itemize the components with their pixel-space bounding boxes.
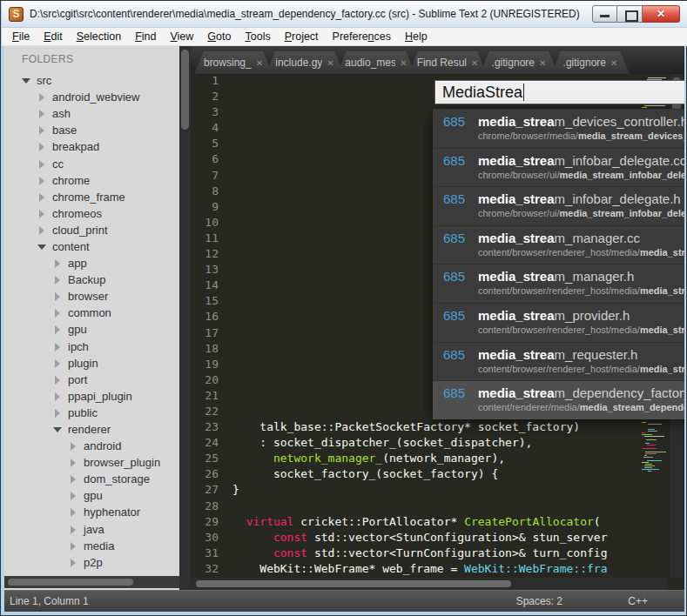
file-tab[interactable]: audio_mes ✕	[337, 51, 415, 74]
sidebar-horizontal-scrollbar[interactable]	[4, 576, 179, 588]
code-line: 23 talk_base::PacketSocketFactory* socke…	[191, 420, 640, 436]
tree-item[interactable]: Backup	[4, 271, 179, 288]
tab-close-icon[interactable]: ✕	[610, 58, 617, 68]
goto-result-item[interactable]: 685 media_stream_manager.cc content/brow…	[433, 225, 684, 264]
goto-anything-results: 685 media_stream_devices_controller.h ch…	[433, 109, 684, 419]
tab-close-icon[interactable]: ✕	[400, 58, 407, 68]
tree-item[interactable]: gpu	[4, 487, 179, 504]
menu-item[interactable]: Tools	[238, 29, 277, 44]
syntax-mode[interactable]: C++	[628, 595, 648, 607]
tree-item[interactable]: ipch	[4, 338, 179, 355]
editor-horizontal-scrollbar[interactable]	[191, 578, 668, 590]
goto-result-item[interactable]: 685 media_stream_infobar_delegate.h chro…	[433, 186, 684, 225]
tree-item[interactable]: chromeos	[4, 205, 179, 222]
tree-item[interactable]: breakpad	[4, 138, 179, 155]
menu-item[interactable]: Project	[278, 29, 326, 44]
tree-item[interactable]: p2p	[4, 554, 179, 571]
line-number: 25	[191, 452, 232, 467]
tree-item[interactable]: public	[4, 405, 179, 421]
menu-item[interactable]: Find	[128, 29, 163, 44]
tree-item[interactable]: browser	[4, 288, 179, 305]
goto-anything-input[interactable]: MediaStrea	[434, 80, 684, 104]
goto-result-item[interactable]: 685 media_stream_provider.h content/brow…	[433, 303, 684, 342]
tree-item[interactable]: android_webview	[4, 89, 179, 105]
file-tab[interactable]: Find Resul ✕	[408, 51, 487, 74]
close-button[interactable]	[643, 5, 680, 23]
text-caret	[523, 84, 524, 101]
file-tab[interactable]: include.gy ✕	[266, 51, 344, 74]
tree-item[interactable]: base	[4, 122, 179, 138]
file-tab[interactable]: .gitignore ✕	[551, 51, 630, 74]
result-filename: media_stream_provider.h	[478, 308, 630, 323]
line-number: 13	[191, 263, 232, 278]
tree-item[interactable]: cloud_print	[4, 222, 179, 238]
folder-arrow-icon	[37, 126, 45, 134]
result-filename: media_stream_manager.h	[478, 269, 634, 284]
goto-result-item[interactable]: 685 media_stream_devices_controller.h ch…	[433, 109, 684, 148]
line-number: 5	[191, 137, 232, 152]
goto-result-item[interactable]: 685 media_stream_infobar_delegate.cc chr…	[433, 148, 684, 187]
tree-item[interactable]: port	[4, 372, 179, 388]
menu-item[interactable]: Preferences	[326, 29, 398, 44]
sidebar: FOLDERS src android_webview a	[4, 46, 179, 590]
tree-item[interactable]: media	[4, 538, 179, 554]
tree-item[interactable]: gpu	[4, 321, 179, 338]
file-tab[interactable]: .gitignore ✕	[480, 51, 558, 74]
tree-item-label: Backup	[68, 273, 105, 286]
goto-result-item[interactable]: 685 media_stream_manager.h content/brows…	[433, 264, 684, 303]
line-number: 11	[191, 231, 232, 247]
tree-item-label: plugin	[68, 357, 98, 370]
scrollbar-thumb[interactable]	[181, 50, 189, 130]
tree-item[interactable]: chrome_frame	[4, 189, 179, 205]
tree-item[interactable]: hyphenator	[4, 504, 179, 520]
menu-item[interactable]: File	[5, 29, 37, 44]
tree-item[interactable]: src	[4, 72, 179, 89]
menu-item[interactable]: Help	[398, 29, 434, 44]
tree-item[interactable]: browser_plugin	[4, 454, 179, 471]
tree-item[interactable]: dom_storage	[4, 471, 179, 487]
goto-result-item[interactable]: 685 media_stream_dependency_factory.cc c…	[433, 380, 684, 419]
tree-item[interactable]: pepper	[4, 571, 179, 575]
tree-item[interactable]: common	[4, 305, 179, 321]
code-line: 30 const std::vector<StunConfiguration>&…	[191, 531, 640, 546]
tab-close-icon[interactable]: ✕	[471, 58, 478, 68]
tree-item[interactable]: content	[4, 238, 179, 255]
tree-item[interactable]: cc	[4, 155, 179, 171]
line-number: 21	[191, 389, 232, 405]
cursor-position: Line 1, Column 1	[10, 595, 89, 607]
sidebar-vertical-scrollbar[interactable]	[179, 46, 191, 590]
indent-setting[interactable]: Spaces: 2	[516, 595, 562, 607]
minimize-button[interactable]	[592, 5, 617, 23]
tree-item[interactable]: android	[4, 438, 179, 454]
tab-close-icon[interactable]: ✕	[256, 58, 263, 68]
folder-arrow-icon	[69, 459, 77, 466]
folder-arrow-icon	[22, 77, 30, 84]
maximize-button[interactable]	[617, 5, 643, 23]
scrollbar-thumb[interactable]	[8, 579, 133, 586]
result-path: chrome/browser/ui/media_stream_infobar_d…	[443, 208, 684, 218]
tree-item[interactable]: plugin	[4, 355, 179, 372]
tree-item[interactable]: ash	[4, 105, 179, 122]
tree-item[interactable]: java	[4, 521, 179, 538]
tab-close-icon[interactable]: ✕	[539, 58, 546, 68]
file-tab[interactable]: browsing_ ✕	[194, 51, 273, 74]
tree-item[interactable]: chrome	[4, 172, 179, 189]
tab-close-icon[interactable]: ✕	[327, 58, 333, 68]
title-bar[interactable]: S D:\src\cgit\src\content\renderer\media…	[2, 1, 687, 28]
goto-query-text: MediaStrea	[442, 84, 522, 102]
menu-item[interactable]: Edit	[37, 29, 70, 44]
folder-arrow-icon	[69, 475, 77, 483]
line-count-badge: 685	[443, 308, 473, 323]
scrollbar-thumb[interactable]	[196, 580, 511, 587]
goto-result-item[interactable]: 685 media_stream_requester.h content/bro…	[433, 342, 684, 381]
menu-item[interactable]: View	[163, 29, 200, 44]
menu-item[interactable]: Selection	[70, 29, 128, 44]
folder-arrow-icon	[69, 508, 77, 516]
tree-item[interactable]: app	[4, 255, 179, 271]
line-number: 28	[191, 499, 232, 515]
tree-item[interactable]: ppapi_plugin	[4, 388, 179, 405]
menu-item[interactable]: Goto	[200, 29, 238, 44]
line-number: 29	[191, 515, 232, 531]
line-number: 19	[191, 358, 232, 373]
tree-item[interactable]: renderer	[4, 421, 179, 438]
